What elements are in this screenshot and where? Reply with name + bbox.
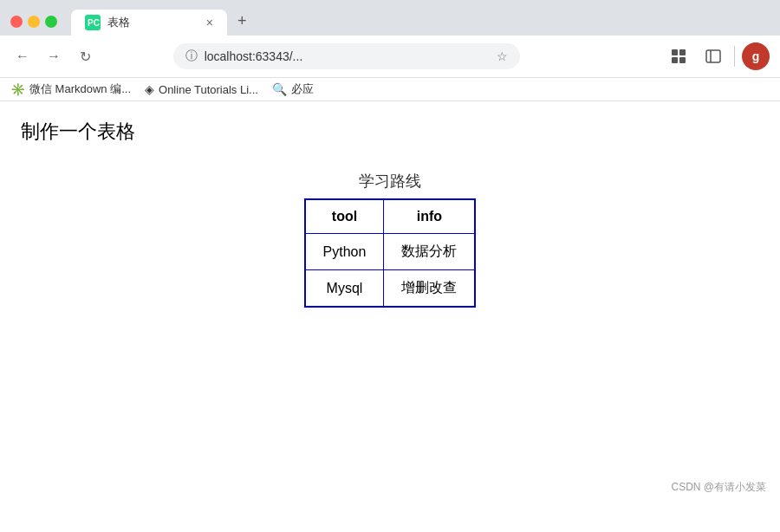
cell-0-1: 数据分析 (384, 234, 476, 270)
svg-rect-2 (672, 49, 678, 55)
extensions-button[interactable] (665, 42, 692, 70)
sidebar-button[interactable] (699, 42, 727, 70)
toolbar: ← → ↻ ⓘ localhost:63343/... ☆ (0, 36, 780, 78)
svg-rect-5 (679, 57, 686, 63)
wechat-icon: ✳️ (10, 82, 25, 96)
toolbar-actions: g (665, 42, 770, 70)
svg-rect-4 (672, 57, 678, 63)
col-tool: tool (305, 199, 384, 234)
svg-rect-3 (679, 49, 686, 55)
cell-1-0: Mysql (305, 270, 384, 308)
tab-close-button[interactable]: × (206, 16, 213, 29)
toolbar-divider (734, 46, 735, 67)
tab-bar: PC 表格 × + (71, 7, 257, 36)
back-button[interactable]: ← (10, 44, 35, 68)
bookmark-bing[interactable]: 🔍 必应 (272, 81, 314, 97)
bookmarks-bar: ✳️ 微信 Markdown 编... ◈ Online Tutorials L… (0, 78, 780, 101)
bookmark-tutorials[interactable]: ◈ Online Tutorials Li... (145, 82, 258, 96)
search-icon: 🔍 (272, 82, 287, 96)
cell-0-0: Python (305, 234, 384, 270)
forward-button[interactable]: → (42, 44, 66, 68)
minimize-button[interactable] (28, 16, 40, 28)
table-header-row: tool info (305, 199, 476, 234)
bookmark-wechat[interactable]: ✳️ 微信 Markdown 编... (10, 81, 131, 97)
maximize-button[interactable] (45, 16, 57, 28)
page-heading: 制作一个表格 (21, 119, 759, 145)
watermark: CSDN @有请小发菜 (671, 480, 766, 495)
reload-button[interactable]: ↻ (73, 44, 97, 68)
pycharm-icon: PC (85, 15, 101, 30)
svg-rect-6 (706, 50, 720, 62)
tab-title: 表格 (107, 15, 130, 30)
tutorials-icon: ◈ (145, 82, 154, 96)
cell-1-1: 增删改查 (384, 270, 476, 308)
active-tab[interactable]: PC 表格 × (71, 10, 227, 36)
new-tab-button[interactable]: + (227, 7, 257, 36)
svg-text:PC: PC (88, 18, 100, 28)
traffic-lights (10, 16, 57, 28)
data-table: tool info Python数据分析Mysql增删改查 (304, 198, 477, 308)
address-bar[interactable]: ⓘ localhost:63343/... ☆ (173, 43, 520, 69)
page-content: 制作一个表格 学习路线 tool info Python数据分析Mysql增删改… (0, 101, 780, 505)
bookmark-tutorials-label: Online Tutorials Li... (159, 83, 258, 96)
table-row: Python数据分析 (305, 234, 476, 270)
close-button[interactable] (10, 16, 23, 28)
col-info: info (384, 199, 476, 234)
user-avatar[interactable]: g (742, 42, 770, 70)
info-icon: ⓘ (185, 49, 198, 64)
star-icon[interactable]: ☆ (497, 49, 508, 63)
table-caption: 学习路线 (359, 171, 421, 191)
table-row: Mysql增删改查 (305, 270, 476, 308)
bookmark-bing-label: 必应 (291, 81, 314, 97)
bookmark-wechat-label: 微信 Markdown 编... (29, 81, 131, 97)
table-section: 学习路线 tool info Python数据分析Mysql增删改查 (21, 171, 759, 308)
address-text: localhost:63343/... (205, 49, 490, 63)
